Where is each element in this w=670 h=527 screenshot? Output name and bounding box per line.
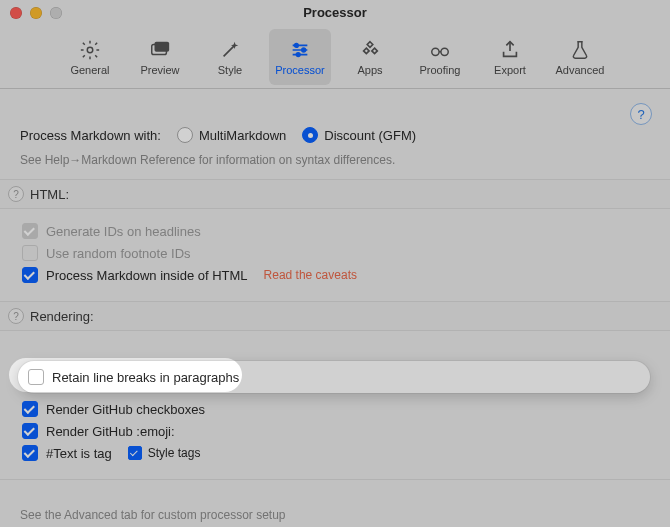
checkbox[interactable] <box>22 423 38 439</box>
check-style-tags[interactable]: Style tags <box>128 446 201 460</box>
tab-export[interactable]: Export <box>479 29 541 85</box>
highlighted-setting: Retain line breaks in paragraphs <box>18 361 650 393</box>
export-icon <box>498 38 522 62</box>
tab-label: Advanced <box>556 64 605 76</box>
radio-icon <box>177 127 193 143</box>
close-window-button[interactable] <box>10 7 22 19</box>
section-title: Rendering: <box>30 309 94 324</box>
svg-point-7 <box>441 48 448 55</box>
minimize-window-button[interactable] <box>30 7 42 19</box>
checkbox-label: Render GitHub :emoji: <box>46 424 175 439</box>
engine-row: Process Markdown with: MultiMarkdown Dis… <box>0 99 670 149</box>
checkbox[interactable] <box>128 446 142 460</box>
checkbox-label: Retain line breaks in paragraphs <box>52 370 239 385</box>
section-help-icon[interactable]: ? <box>8 308 24 324</box>
svg-point-3 <box>295 43 299 47</box>
tab-proofing[interactable]: Proofing <box>409 29 471 85</box>
tab-label: Export <box>494 64 526 76</box>
check-text-is-tag[interactable]: #Text is tag Style tags <box>22 445 650 461</box>
checkbox-retain-line-breaks[interactable] <box>28 369 44 385</box>
check-generate-ids: Generate IDs on headlines <box>22 223 650 239</box>
wand-icon <box>218 38 242 62</box>
tab-label: General <box>70 64 109 76</box>
radio-multimarkdown[interactable]: MultiMarkdown <box>177 127 286 143</box>
section-rendering-header: ? Rendering: <box>0 301 670 331</box>
tab-label: Style <box>218 64 242 76</box>
window-title: Processor <box>303 5 367 20</box>
checkbox[interactable] <box>22 445 38 461</box>
tab-style[interactable]: Style <box>199 29 261 85</box>
check-process-inside-html[interactable]: Process Markdown inside of HTML Read the… <box>22 267 650 283</box>
section-rendering-body: Retain line breaks in paragraphs Render … <box>0 331 670 479</box>
section-html-body: Generate IDs on headlines Use random foo… <box>0 209 670 301</box>
window-controls <box>10 7 62 19</box>
svg-point-0 <box>87 47 93 53</box>
section-html-header: ? HTML: <box>0 179 670 209</box>
checkbox <box>22 223 38 239</box>
glasses-icon <box>428 38 452 62</box>
checkbox-label: Use random footnote IDs <box>46 246 191 261</box>
checkbox-label: Style tags <box>148 446 201 460</box>
gear-icon <box>78 38 102 62</box>
read-caveats-link[interactable]: Read the caveats <box>264 268 357 282</box>
radio-discount[interactable]: Discount (GFM) <box>302 127 416 143</box>
check-github-checkboxes[interactable]: Render GitHub checkboxes <box>22 401 650 417</box>
footer-note: See the Advanced tab for custom processo… <box>0 479 670 527</box>
tab-general[interactable]: General <box>59 29 121 85</box>
svg-point-6 <box>432 48 439 55</box>
tab-advanced[interactable]: Advanced <box>549 29 611 85</box>
tab-label: Proofing <box>420 64 461 76</box>
checkbox-label: #Text is tag <box>46 446 112 461</box>
tab-label: Apps <box>357 64 382 76</box>
engine-label: Process Markdown with: <box>20 128 161 143</box>
engine-hint: See Help→Markdown Reference for informat… <box>0 149 670 179</box>
checkbox <box>22 245 38 261</box>
tab-label: Preview <box>140 64 179 76</box>
preferences-toolbar: General Preview Style Processor Apps Pro… <box>0 25 670 89</box>
help-button[interactable]: ? <box>630 103 652 125</box>
checkbox[interactable] <box>22 401 38 417</box>
beaker-icon <box>568 38 592 62</box>
tab-label: Processor <box>275 64 325 76</box>
svg-point-5 <box>296 52 300 56</box>
check-github-emoji[interactable]: Render GitHub :emoji: <box>22 423 650 439</box>
checkbox-label: Generate IDs on headlines <box>46 224 201 239</box>
page-content: ? Process Markdown with: MultiMarkdown D… <box>0 89 670 527</box>
apps-icon <box>358 38 382 62</box>
radio-label: MultiMarkdown <box>199 128 286 143</box>
svg-point-4 <box>302 48 306 52</box>
checkbox[interactable] <box>22 267 38 283</box>
preview-icon <box>148 38 172 62</box>
window-titlebar: Processor <box>0 0 670 25</box>
tab-apps[interactable]: Apps <box>339 29 401 85</box>
radio-icon <box>302 127 318 143</box>
section-title: HTML: <box>30 187 69 202</box>
sliders-icon <box>288 38 312 62</box>
tab-preview[interactable]: Preview <box>129 29 191 85</box>
svg-rect-2 <box>155 41 170 51</box>
zoom-window-button[interactable] <box>50 7 62 19</box>
section-help-icon[interactable]: ? <box>8 186 24 202</box>
tab-processor[interactable]: Processor <box>269 29 331 85</box>
checkbox-label: Render GitHub checkboxes <box>46 402 205 417</box>
check-random-footnote: Use random footnote IDs <box>22 245 650 261</box>
radio-label: Discount (GFM) <box>324 128 416 143</box>
checkbox-label: Process Markdown inside of HTML <box>46 268 248 283</box>
